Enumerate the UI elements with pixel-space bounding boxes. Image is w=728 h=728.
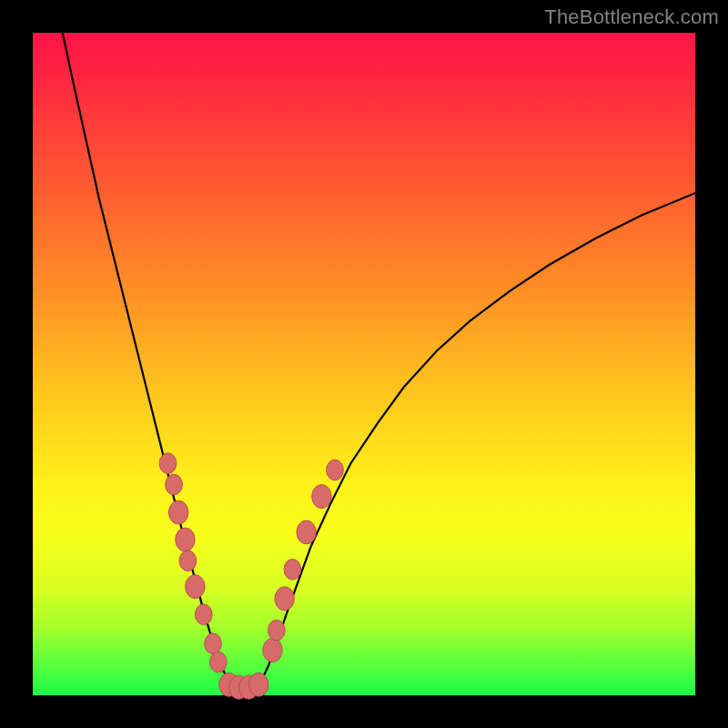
data-dot (275, 587, 294, 611)
data-dot (179, 551, 197, 571)
watermark-text: TheBottleneck.com (544, 5, 719, 29)
data-dot (268, 620, 286, 641)
data-dot (312, 485, 331, 509)
data-dot (263, 639, 282, 662)
plot-area (33, 33, 695, 695)
curve-left (63, 33, 236, 692)
curve-right (254, 193, 695, 691)
data-dot (327, 460, 344, 480)
data-dot (159, 453, 177, 474)
chart-frame: TheBottleneck.com (0, 0, 728, 728)
data-dot (249, 672, 268, 696)
data-dot (176, 528, 195, 551)
curve-svg (33, 33, 695, 695)
data-dot (210, 652, 228, 672)
data-dot (166, 474, 183, 495)
data-dot (195, 604, 212, 625)
data-dot (205, 633, 222, 654)
data-dot (186, 575, 205, 599)
data-dot (168, 500, 187, 524)
data-dot (297, 521, 316, 544)
data-dot (284, 559, 301, 580)
data-dots (159, 453, 343, 699)
